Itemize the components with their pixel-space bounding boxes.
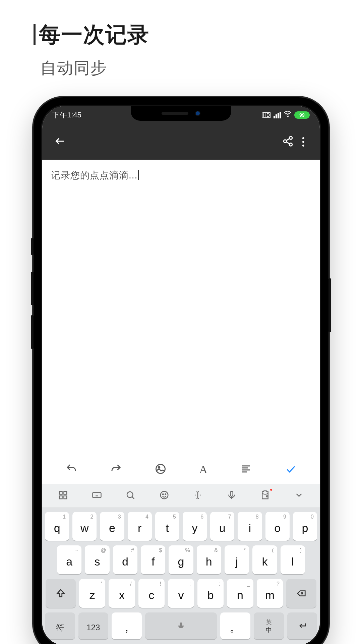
phone-screen: 下午1:45 HD 99	[42, 106, 320, 644]
keyboard-row-2: ~a@s#d$f%g&h*j(k)l	[45, 545, 317, 574]
text-cursor	[138, 170, 139, 180]
key-g[interactable]: %g	[169, 545, 193, 574]
keyboard-row-4: 符 123 ， 。 英中	[45, 612, 317, 639]
key-t[interactable]: 5t	[155, 512, 179, 541]
silence-switch	[31, 238, 34, 255]
hd-indicator: HD	[262, 112, 271, 118]
key-x[interactable]: /x	[109, 579, 135, 608]
svg-point-11	[161, 491, 168, 499]
key-v[interactable]: :v	[168, 579, 194, 608]
headline-subtitle: 自动同步	[40, 57, 149, 79]
svg-rect-14	[230, 491, 233, 496]
enter-key[interactable]	[287, 612, 317, 639]
volume-down-button	[31, 315, 34, 349]
undo-button[interactable]	[65, 463, 77, 476]
more-button[interactable]	[299, 137, 308, 147]
note-editor[interactable]: 记录您的点点滴滴...	[42, 160, 320, 455]
svg-rect-9	[93, 493, 101, 498]
period-key[interactable]: 。	[220, 612, 250, 639]
key-p[interactable]: 0p	[293, 512, 317, 541]
headline-title: 每一次记录	[39, 22, 149, 47]
align-button[interactable]	[240, 463, 252, 476]
key-n[interactable]: _n	[227, 579, 253, 608]
svg-point-0	[289, 137, 292, 140]
key-s[interactable]: @s	[85, 545, 109, 574]
key-i[interactable]: 8i	[238, 512, 262, 541]
app-bar	[42, 124, 320, 160]
notch	[131, 106, 231, 121]
ime-cursor-button[interactable]	[193, 490, 203, 501]
marketing-headline: 每一次记录 自动同步	[34, 20, 149, 79]
insert-image-button[interactable]	[155, 463, 167, 476]
numbers-key[interactable]: 123	[78, 612, 109, 639]
svg-rect-8	[64, 496, 67, 499]
ime-voice-button[interactable]	[227, 490, 237, 501]
ime-toolbar	[42, 484, 320, 508]
phone-frame: 下午1:45 HD 99	[34, 97, 328, 644]
svg-point-12	[163, 494, 164, 495]
symbols-key[interactable]: 符	[45, 612, 75, 639]
key-w[interactable]: 2w	[72, 512, 97, 541]
keyboard-row-1: 1q2w3e4r5t6y7u8i9o0p	[45, 512, 317, 541]
text-style-button[interactable]: A	[199, 463, 207, 476]
key-y[interactable]: 6y	[183, 512, 207, 541]
backspace-key[interactable]	[286, 579, 316, 608]
key-e[interactable]: 3e	[100, 512, 124, 541]
key-m[interactable]: ?m	[257, 579, 283, 608]
key-j[interactable]: *j	[225, 545, 249, 574]
key-h[interactable]: &h	[197, 545, 221, 574]
svg-rect-7	[59, 496, 62, 499]
done-button[interactable]	[285, 463, 297, 476]
key-l[interactable]: )l	[281, 545, 305, 574]
ime-clipboard-button[interactable]	[260, 490, 270, 501]
signal-icon	[274, 112, 281, 118]
comma-key[interactable]: ，	[112, 612, 142, 639]
key-k[interactable]: (k	[252, 545, 277, 574]
svg-point-3	[156, 464, 165, 473]
space-key[interactable]	[145, 612, 217, 639]
status-time: 下午1:45	[52, 110, 81, 120]
shift-key[interactable]	[46, 579, 76, 608]
svg-rect-5	[59, 491, 62, 494]
key-d[interactable]: #d	[113, 545, 137, 574]
key-c[interactable]: !c	[138, 579, 165, 608]
battery-indicator: 99	[294, 111, 310, 119]
svg-point-1	[284, 140, 287, 143]
accent-bar	[34, 24, 36, 45]
ime-keyboard-button[interactable]	[92, 490, 102, 501]
redo-button[interactable]	[110, 463, 122, 476]
key-b[interactable]: ;b	[197, 579, 224, 608]
ime-emoji-button[interactable]	[159, 490, 169, 501]
svg-point-2	[289, 143, 292, 146]
editor-placeholder: 记录您的点点滴滴...	[51, 170, 137, 180]
share-button[interactable]	[282, 136, 294, 148]
key-f[interactable]: $f	[141, 545, 165, 574]
key-u[interactable]: 7u	[210, 512, 234, 541]
volume-up-button	[31, 272, 34, 305]
key-a[interactable]: ~a	[57, 545, 81, 574]
language-key[interactable]: 英中	[254, 612, 284, 639]
ime-search-button[interactable]	[125, 490, 135, 501]
svg-point-10	[127, 492, 133, 498]
back-button[interactable]	[54, 136, 66, 148]
key-r[interactable]: 4r	[128, 512, 152, 541]
power-button	[328, 278, 331, 332]
key-o[interactable]: 9o	[265, 512, 290, 541]
svg-point-4	[158, 467, 160, 468]
svg-point-13	[165, 494, 166, 495]
formatting-toolbar: A	[42, 455, 320, 484]
key-q[interactable]: 1q	[45, 512, 69, 541]
wifi-icon	[284, 110, 292, 120]
ime-collapse-button[interactable]	[294, 490, 304, 501]
keyboard-row-3: 'z/x!c:v;b_n?m	[45, 579, 317, 608]
soft-keyboard: 1q2w3e4r5t6y7u8i9o0p ~a@s#d$f%g&h*j(k)l …	[42, 508, 320, 644]
ime-grid-button[interactable]	[58, 490, 68, 501]
key-z[interactable]: 'z	[79, 579, 105, 608]
svg-rect-6	[64, 491, 67, 494]
